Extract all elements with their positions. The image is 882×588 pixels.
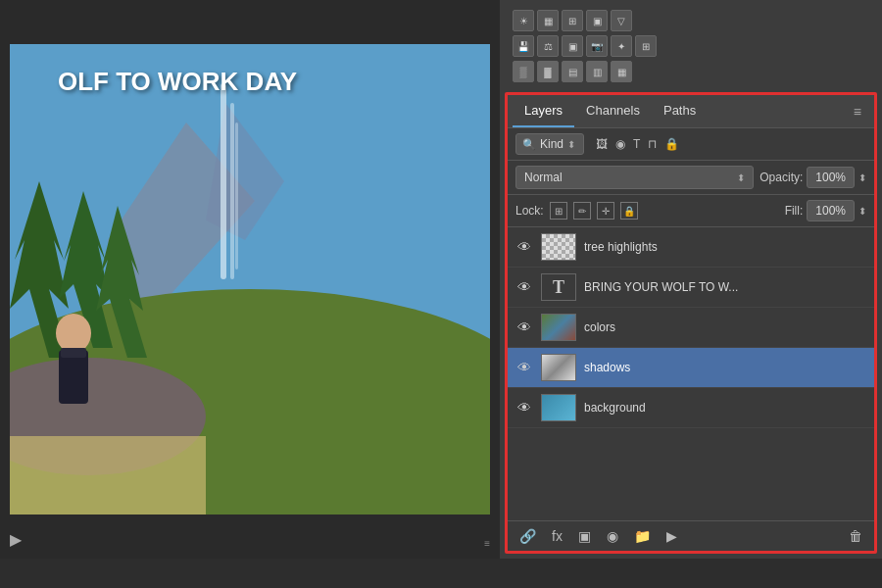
toolbar-balance-icon[interactable]: ⚖: [537, 35, 559, 57]
fill-input[interactable]: 100%: [807, 200, 855, 221]
layer-name-1: tree highlights: [584, 240, 866, 254]
filter-icons: 🖼 ◉ T ⊓ 🔒: [594, 135, 681, 153]
layer-thumbnail-2: T: [541, 273, 576, 301]
layer-thumbnail-1: [541, 233, 576, 261]
folder-icon[interactable]: 📁: [630, 526, 655, 546]
toolbar-row-1: ☀ ▦ ⊞ ▣ ▽: [513, 10, 869, 31]
canvas-menu-icon[interactable]: ≡: [484, 538, 490, 549]
layer-item-colors[interactable]: 👁 colors: [508, 308, 874, 348]
top-toolbar: ☀ ▦ ⊞ ▣ ▽ 💾 ⚖ ▣ 📷 ✦ ⊞ ▒ ▓ ▤ ▥ ▦: [505, 5, 877, 87]
svg-rect-14: [59, 350, 88, 404]
new-layer-icon[interactable]: ▣: [574, 526, 595, 546]
lock-paint-icon[interactable]: ✏: [573, 202, 591, 220]
canvas-title: OLF TO WORK DAY: [58, 68, 466, 96]
panel-tabs: Layers Channels Paths ≡: [508, 95, 874, 128]
adjustment-icon[interactable]: ▶: [662, 526, 681, 546]
layer-item-background[interactable]: 👁 background: [508, 388, 874, 428]
toolbar-save-icon[interactable]: 💾: [513, 35, 534, 57]
svg-rect-12: [10, 436, 206, 514]
layers-list: 👁 tree highlights 👁 T BRING YOUR WOLF TO…: [508, 227, 874, 520]
lock-transparency-icon[interactable]: ⊞: [550, 202, 567, 220]
fill-label: Fill:: [785, 204, 804, 218]
layer-visibility-5[interactable]: 👁: [515, 399, 533, 416]
filter-shape-icon[interactable]: ⊓: [646, 135, 659, 153]
toolbar-square-icon[interactable]: ▣: [562, 35, 583, 57]
panel-bottom: 🔗 fx ▣ ◉ 📁 ▶ 🗑: [508, 520, 874, 551]
layer-visibility-4[interactable]: 👁: [515, 359, 533, 376]
toolbar-chart-icon[interactable]: ▦: [537, 10, 559, 31]
layer-name-3: colors: [584, 320, 866, 334]
layer-name-2: BRING YOUR WOLF TO W...: [584, 280, 866, 294]
layer-thumbnail-4: [541, 354, 576, 381]
toolbar-filter5-icon[interactable]: ▦: [611, 61, 632, 82]
svg-rect-3: [220, 83, 226, 279]
scene: OLF TO WORK DAY: [10, 44, 490, 514]
toolbar-row-2: 💾 ⚖ ▣ 📷 ✦ ⊞: [513, 35, 869, 57]
link-icon[interactable]: 🔗: [515, 526, 540, 546]
kind-dropdown-arrow: ⬍: [567, 139, 575, 150]
layer-name-5: background: [584, 401, 866, 415]
toolbar-sun-icon[interactable]: ☀: [513, 10, 534, 31]
toolbar-filter4-icon[interactable]: ▥: [586, 61, 608, 82]
layer-visibility-3[interactable]: 👁: [515, 318, 533, 336]
filter-text-icon[interactable]: T: [631, 135, 642, 153]
toolbar-filter3-icon[interactable]: ▤: [562, 61, 583, 82]
toolbar-filter1-icon[interactable]: ▒: [513, 61, 534, 82]
toolbar-triangle-icon[interactable]: ▽: [611, 10, 632, 31]
layer-name-4: shadows: [584, 361, 866, 374]
toolbar-row-3: ▒ ▓ ▤ ▥ ▦: [513, 61, 869, 82]
svg-rect-5: [235, 122, 238, 270]
tab-layers[interactable]: Layers: [513, 95, 574, 127]
layer-item-text[interactable]: 👁 T BRING YOUR WOLF TO W...: [508, 268, 874, 308]
opacity-label: Opacity:: [760, 171, 803, 184]
layer-item-shadows[interactable]: 👁 shadows: [508, 348, 874, 388]
layer-thumbnail-3: [541, 314, 576, 341]
layers-panel: Layers Channels Paths ≡ 🔍 Kind ⬍ 🖼 ◉ T ⊓…: [505, 92, 877, 554]
play-button[interactable]: ▶: [10, 530, 22, 549]
layer-visibility-2[interactable]: 👁: [515, 278, 533, 296]
filter-image-icon[interactable]: 🖼: [594, 135, 610, 153]
tab-channels[interactable]: Channels: [574, 95, 652, 127]
tab-paths[interactable]: Paths: [652, 95, 708, 127]
canvas-area: OLF TO WORK DAY ▶ ≡: [0, 0, 500, 559]
svg-rect-4: [230, 103, 234, 279]
filter-lock-icon[interactable]: 🔒: [662, 135, 681, 153]
toolbar-grid-icon[interactable]: ⊞: [562, 10, 583, 31]
main-area: OLF TO WORK DAY ▶ ≡ ☀ ▦ ⊞ ▣ ▽ 💾 ⚖ ▣ 📷 ✦: [0, 0, 882, 559]
opacity-input[interactable]: 100%: [807, 167, 855, 188]
filter-circle-icon[interactable]: ◉: [613, 135, 627, 153]
blend-opacity-row: Normal ⬍ Opacity: 100% ⬍: [508, 161, 874, 195]
svg-rect-15: [61, 348, 86, 358]
lock-all-icon[interactable]: 🔒: [620, 202, 638, 220]
layer-visibility-1[interactable]: 👁: [515, 238, 533, 256]
blend-mode-dropdown[interactable]: Normal ⬍: [515, 166, 754, 189]
fill-control: Fill: 100% ⬍: [785, 200, 866, 221]
canvas-image: OLF TO WORK DAY: [10, 44, 490, 514]
toolbar-grid2-icon[interactable]: ⊞: [635, 35, 657, 57]
toolbar-box-icon[interactable]: ▣: [586, 10, 608, 31]
right-panel: ☀ ▦ ⊞ ▣ ▽ 💾 ⚖ ▣ 📷 ✦ ⊞ ▒ ▓ ▤ ▥ ▦: [500, 0, 882, 559]
toolbar-filter2-icon[interactable]: ▓: [537, 61, 559, 82]
mask-icon[interactable]: ◉: [603, 526, 622, 546]
toolbar-camera-icon[interactable]: 📷: [586, 35, 608, 57]
trash-icon[interactable]: 🗑: [845, 526, 866, 546]
opacity-arrow[interactable]: ⬍: [858, 172, 866, 183]
status-bar: [0, 559, 882, 588]
toolbar-asterisk-icon[interactable]: ✦: [611, 35, 632, 57]
svg-point-13: [56, 314, 91, 353]
blend-dropdown-arrow: ⬍: [737, 172, 745, 183]
panel-menu-icon[interactable]: ≡: [846, 100, 869, 123]
fx-label[interactable]: fx: [548, 526, 566, 546]
lock-row: Lock: ⊞ ✏ ✛ 🔒 Fill: 100% ⬍: [508, 195, 874, 227]
fill-arrow[interactable]: ⬍: [858, 206, 866, 217]
layer-item-tree-highlights[interactable]: 👁 tree highlights: [508, 227, 874, 268]
kind-dropdown[interactable]: 🔍 Kind ⬍: [515, 133, 584, 155]
kind-label: Kind: [540, 137, 564, 151]
layer-thumbnail-5: [541, 394, 576, 421]
kind-filter-row: 🔍 Kind ⬍ 🖼 ◉ T ⊓ 🔒: [508, 128, 874, 161]
canvas-controls: ≡: [484, 538, 490, 549]
opacity-control: Opacity: 100% ⬍: [760, 167, 866, 188]
lock-label: Lock:: [515, 204, 544, 218]
lock-move-icon[interactable]: ✛: [597, 202, 614, 220]
blend-mode-label: Normal: [524, 171, 563, 184]
